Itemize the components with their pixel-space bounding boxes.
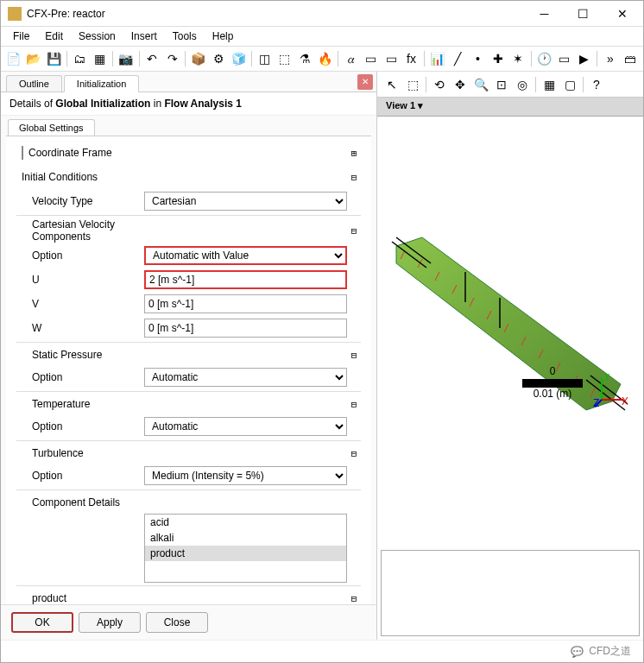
ok-button[interactable]: OK [11,612,73,633]
zoom-in-icon[interactable]: 🔍 [471,75,490,94]
tab-close-icon[interactable]: ✕ [357,74,373,90]
redo-icon[interactable]: ↷ [163,49,181,68]
list-item[interactable]: alkali [145,530,346,546]
window-title: CFX-Pre: reactor [27,8,525,20]
rotate-icon[interactable]: ⟲ [430,75,449,94]
box-icon[interactable]: 📦 [189,49,207,68]
collapse-icon[interactable]: ⊟ [347,593,361,604]
camera-icon[interactable]: 📷 [117,49,135,68]
list-item[interactable]: product [145,546,346,561]
tree-icon[interactable]: 🗂 [71,49,89,68]
coordinate-frame-checkbox[interactable] [22,146,23,160]
open-icon[interactable]: 📂 [24,49,42,68]
details-panel: Outline Initialization ✕ Details of Glob… [1,72,377,640]
pick-icon[interactable]: ⬚ [403,75,422,94]
wireframe-icon[interactable]: ▢ [560,75,579,94]
footer: 💬 CFD之道 [1,640,643,662]
app-icon [8,7,22,21]
gear-icon[interactable]: ⚙ [209,49,227,68]
new-icon[interactable]: 📄 [4,49,22,68]
highlight-icon[interactable]: ▦ [540,75,559,94]
mesh-icon[interactable]: ▦ [91,49,109,68]
maximize-button[interactable]: ☐ [564,2,603,26]
viewport[interactable]: 0 0.01 (m) Y X Z [377,117,643,546]
minimize-button[interactable]: ─ [525,2,564,26]
menu-help[interactable]: Help [205,28,241,44]
svg-text:Y: Y [603,374,610,383]
apply-button[interactable]: Apply [79,612,141,633]
list-item[interactable]: acid [145,515,346,530]
more-icon[interactable]: » [601,49,619,68]
save-icon[interactable]: 💾 [45,49,63,68]
undo-icon[interactable]: ↶ [143,49,161,68]
details-header: Details of Global Initialization in Flow… [1,92,376,116]
close-window-button[interactable]: ✕ [603,2,641,26]
wechat-icon: 💬 [571,646,584,658]
menu-session[interactable]: Session [72,28,123,44]
menu-tools[interactable]: Tools [166,28,204,44]
clock-icon[interactable]: 🕐 [535,49,553,68]
component-listbox[interactable]: acid alkali product [144,514,347,583]
expand-icon[interactable]: ⊞ [347,148,361,159]
layers-icon[interactable]: 🗃 [622,49,640,68]
product-title: product [16,592,144,604]
boundary-icon[interactable]: ◫ [256,49,274,68]
collapse-icon[interactable]: ⊟ [347,225,361,237]
cube-icon[interactable]: 🧊 [230,49,248,68]
close-button[interactable]: Close [146,612,208,633]
fit-icon[interactable]: ◎ [513,75,532,94]
view-tab[interactable]: View 1 ▾ [377,98,643,117]
menu-insert[interactable]: Insert [124,28,164,44]
sub-icon[interactable]: ▭ [382,49,401,68]
run-icon[interactable]: ▶ [575,49,593,68]
sp-option-label: Option [16,371,144,383]
main-toolbar: 📄 📂 💾 🗂 ▦ 📷 ↶ ↷ 📦 ⚙ 🧊 ◫ ⬚ ⚗ 🔥 𝛼 ▭ ▭ fx 📊… [1,46,643,72]
subtab-global-settings[interactable]: Global Settings [8,119,95,136]
flask-icon[interactable]: ⚗ [296,49,314,68]
secondary-viewport[interactable] [381,550,640,636]
coordinate-frame-row[interactable]: Coordinate Frame [16,147,144,160]
menu-bar: File Edit Session Insert Tools Help [1,27,643,46]
expression-icon[interactable]: 𝛼 [342,49,360,68]
component-details-title: Component Details [16,496,144,508]
svg-text:X: X [622,395,628,407]
plus-icon[interactable]: ✚ [489,49,507,68]
domain-icon[interactable]: ⬚ [275,49,294,68]
temp-option-select[interactable]: Automatic [144,417,347,436]
menu-edit[interactable]: Edit [38,28,70,44]
turbulence-title: Turbulence [16,447,144,459]
menu-file[interactable]: File [6,28,36,44]
collapse-icon[interactable]: ⊟ [347,172,361,183]
static-pressure-title: Static Pressure [16,349,144,361]
zoom-box-icon[interactable]: ⊡ [492,75,511,94]
turb-option-select[interactable]: Medium (Intensity = 5%) [144,466,347,485]
flame-icon[interactable]: 🔥 [316,49,334,68]
tab-outline[interactable]: Outline [6,75,62,92]
temperature-title: Temperature [16,398,144,410]
collapse-icon[interactable]: ⊟ [347,350,361,361]
velocity-type-select[interactable]: Cartesian [144,192,347,211]
ccl-icon[interactable]: ▭ [362,49,380,68]
tab-initialization[interactable]: Initialization [64,75,139,92]
initial-conditions-label: Initial Conditions [16,171,144,183]
u-label: U [16,274,144,286]
cvc-option-select[interactable]: Automatic with Value [144,246,347,265]
fx-icon[interactable]: fx [402,49,420,68]
collapse-icon[interactable]: ⊟ [347,399,361,410]
monitor-icon[interactable]: 📊 [428,49,446,68]
collapse-icon[interactable]: ⊟ [347,448,361,459]
w-label: W [16,322,144,334]
v-input[interactable] [144,294,347,313]
view-toolbar: ↖ ⬚ ⟲ ✥ 🔍 ⊡ ◎ ▦ ▢ ? [377,72,643,98]
u-input[interactable] [144,270,347,289]
point-icon[interactable]: • [469,49,487,68]
star-icon[interactable]: ✶ [508,49,527,68]
solver-icon[interactable]: ▭ [555,49,573,68]
line-icon[interactable]: ╱ [448,49,466,68]
sp-option-select[interactable]: Automatic [144,368,347,387]
title-bar: CFX-Pre: reactor ─ ☐ ✕ [1,1,643,27]
help-icon[interactable]: ? [587,75,606,94]
pan-icon[interactable]: ✥ [451,75,470,94]
w-input[interactable] [144,319,347,338]
select-icon[interactable]: ↖ [382,75,401,94]
